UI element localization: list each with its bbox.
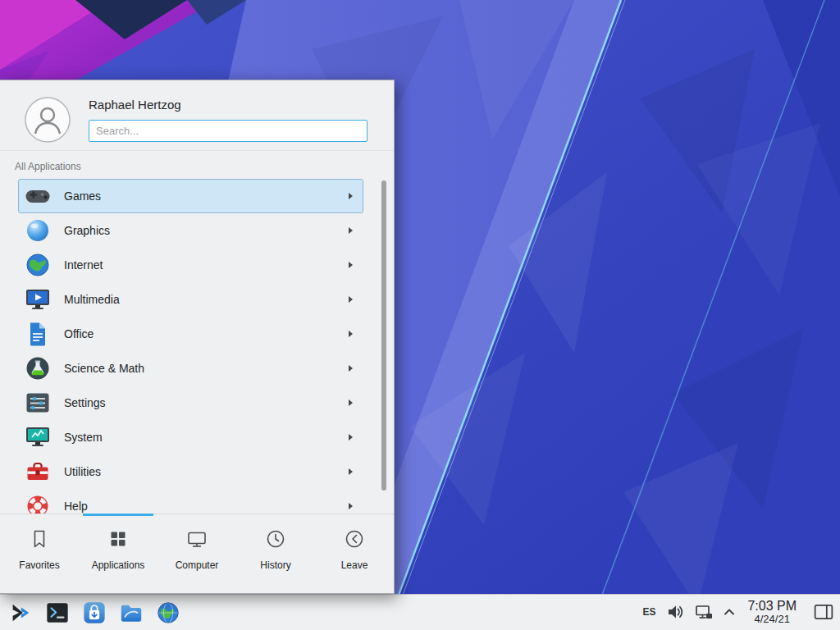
tab-label: Leave xyxy=(341,559,368,571)
web-browser-icon[interactable] xyxy=(156,600,180,625)
menu-item-graphics[interactable]: Graphics xyxy=(18,213,363,248)
application-launcher-menu: Raphael Hertzog All Applications Games xyxy=(0,80,395,594)
applications-grid-icon xyxy=(107,527,130,550)
submenu-arrow-icon xyxy=(349,296,353,303)
settings-sliders-icon xyxy=(25,390,51,416)
menu-item-utilities[interactable]: Utilities xyxy=(18,454,363,489)
network-icon[interactable] xyxy=(695,603,713,621)
tab-label: History xyxy=(260,559,290,571)
menu-item-label: Internet xyxy=(64,258,349,272)
office-document-icon xyxy=(25,321,51,347)
menu-item-label: System xyxy=(64,431,349,444)
user-name: Raphael Hertzog xyxy=(89,98,368,112)
launcher-header-right: Raphael Hertzog xyxy=(89,97,368,142)
menu-item-help[interactable]: Help xyxy=(18,489,363,514)
tab-label: Favorites xyxy=(19,559,59,571)
computer-icon xyxy=(185,527,208,550)
system-tray: ES 7:03 PM 4/24/21 xyxy=(642,599,833,626)
menu-item-science-math[interactable]: Science & Math xyxy=(18,351,363,386)
submenu-arrow-icon xyxy=(349,365,353,372)
science-flask-icon xyxy=(25,355,51,381)
submenu-arrow-icon xyxy=(349,227,353,234)
tab-applications[interactable]: Applications xyxy=(79,527,158,593)
menu-item-label: Help xyxy=(64,500,349,513)
menu-item-label: Multimedia xyxy=(64,293,349,306)
tab-leave[interactable]: Leave xyxy=(315,527,394,593)
terminal-icon[interactable] xyxy=(45,600,70,625)
menu-item-label: Science & Math xyxy=(64,362,349,375)
submenu-arrow-icon xyxy=(349,331,353,337)
expand-tray-arrow-icon[interactable] xyxy=(724,608,735,616)
menu-item-label: Settings xyxy=(64,396,349,409)
scrollbar-thumb[interactable] xyxy=(381,180,386,491)
multimedia-monitor-icon xyxy=(25,286,51,313)
digital-clock[interactable]: 7:03 PM 4/24/21 xyxy=(747,599,797,626)
system-monitor-icon xyxy=(25,424,51,450)
submenu-arrow-icon xyxy=(349,434,353,441)
keyboard-layout-indicator[interactable]: ES xyxy=(642,606,655,618)
volume-icon[interactable] xyxy=(666,603,684,621)
app-launcher-icon[interactable] xyxy=(8,600,33,625)
internet-globe-icon xyxy=(25,252,51,278)
user-avatar[interactable] xyxy=(25,97,71,143)
file-manager-icon[interactable] xyxy=(119,600,144,625)
menu-item-office[interactable]: Office xyxy=(18,317,363,351)
gamepad-icon xyxy=(25,183,51,209)
scrollbar[interactable] xyxy=(381,180,386,512)
menu-item-multimedia[interactable]: Multimedia xyxy=(18,282,363,317)
clock-time: 7:03 PM xyxy=(747,599,797,614)
submenu-arrow-icon xyxy=(349,503,353,509)
help-lifering-icon xyxy=(25,493,51,514)
utilities-toolbox-icon xyxy=(25,459,51,485)
tab-history[interactable]: History xyxy=(236,527,315,593)
tab-favorites[interactable]: Favorites xyxy=(0,527,79,593)
active-tab-indicator xyxy=(83,514,153,516)
section-label: All Applications xyxy=(0,151,394,179)
history-clock-icon xyxy=(264,527,287,550)
submenu-arrow-icon xyxy=(349,399,353,406)
menu-item-label: Office xyxy=(64,327,349,340)
submenu-arrow-icon xyxy=(349,468,353,475)
leave-icon xyxy=(343,527,366,550)
submenu-arrow-icon xyxy=(349,193,353,199)
tab-label: Applications xyxy=(92,559,145,571)
software-center-icon[interactable] xyxy=(82,600,107,625)
show-desktop-icon[interactable] xyxy=(814,604,833,620)
taskbar-launchers xyxy=(8,600,180,625)
search-input[interactable] xyxy=(89,120,368,142)
user-icon xyxy=(25,97,71,143)
submenu-arrow-icon xyxy=(349,262,353,268)
menu-item-settings[interactable]: Settings xyxy=(18,386,363,420)
tab-computer[interactable]: Computer xyxy=(158,527,236,593)
bookmark-icon xyxy=(28,527,51,550)
tab-label: Computer xyxy=(176,559,219,571)
menu-item-label: Graphics xyxy=(64,224,349,237)
menu-item-label: Utilities xyxy=(64,465,349,478)
graphics-orb-icon xyxy=(25,217,51,244)
clock-date: 4/24/21 xyxy=(747,614,797,626)
menu-item-internet[interactable]: Internet xyxy=(18,248,363,282)
app-category-list: Games Graphics xyxy=(0,179,394,514)
menu-item-label: Games xyxy=(64,189,349,203)
launcher-header: Raphael Hertzog xyxy=(0,80,394,151)
launcher-tab-bar: Favorites Applications Co xyxy=(0,514,394,593)
menu-item-system[interactable]: System xyxy=(18,420,363,454)
menu-item-games[interactable]: Games xyxy=(18,179,363,213)
taskbar: ES 7:03 PM 4/24/21 xyxy=(0,594,840,630)
